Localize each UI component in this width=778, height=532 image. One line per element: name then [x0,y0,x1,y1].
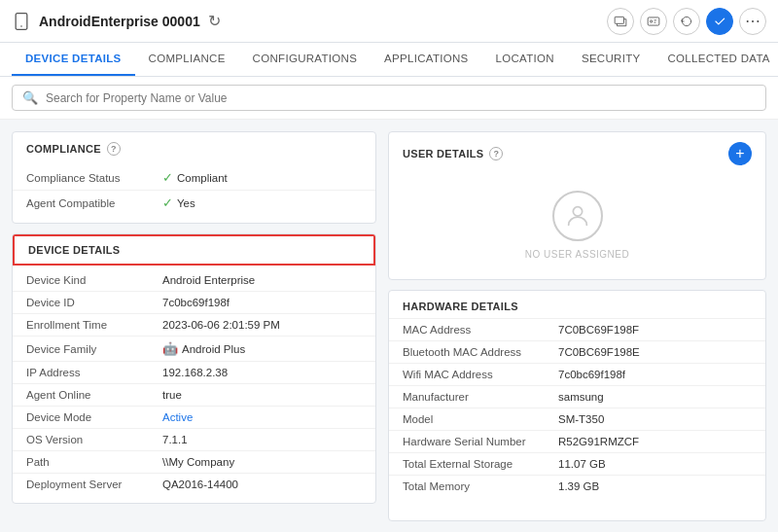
device-details-title: DEVICE DETAILS [13,234,375,266]
compliance-row-agent: Agent Compatible ✓ Yes [13,190,375,215]
hardware-title: HARDWARE DETAILS [389,291,765,318]
svg-rect-3 [648,17,659,24]
compliance-title: COMPLIANCE ? [13,132,375,161]
svg-point-1 [20,25,22,27]
compliance-body: Compliance Status ✓ Compliant Agent Comp… [13,161,375,223]
more-button[interactable]: ⋯ [739,8,766,35]
dd-row-kind: Device Kind Android Enterprise [13,269,375,291]
no-user-area: NO USER ASSIGNED [389,171,765,279]
svg-rect-2 [615,17,623,23]
device-icon [12,12,31,31]
check-button[interactable] [706,8,733,35]
user-help-icon[interactable]: ? [489,147,503,160]
user-details-header: USER DETAILS ? + [389,132,765,171]
left-panel: COMPLIANCE ? Compliance Status ✓ Complia… [12,131,376,521]
compliance-row-status: Compliance Status ✓ Compliant [13,165,375,190]
tab-configurations[interactable]: CONFIGURATIONS [239,43,371,76]
right-panel: USER DETAILS ? + NO USER ASSIGNED HARDWA… [388,131,766,521]
dd-row-id: Device ID 7c0bc69f198f [13,291,375,313]
tab-location[interactable]: LOCATION [482,43,568,76]
svg-point-5 [573,207,582,216]
user-avatar [552,191,603,241]
dd-row-path: Path \\My Company [13,450,375,473]
tab-applications[interactable]: APPLICATIONS [371,43,481,76]
dd-row-os: OS Version 7.1.1 [13,428,375,450]
refresh-icon[interactable]: ↻ [208,12,221,30]
hw-row-memory: Total Memory 1.39 GB [389,475,765,497]
tab-device-details[interactable]: DEVICE DETAILS [12,43,135,76]
hw-row-wifi-mac: Wifi MAC Address 7c0bc69f198f [389,363,765,385]
dd-row-mode: Device Mode Active [13,406,375,428]
search-icon: 🔍 [22,90,38,105]
svg-point-4 [651,19,653,21]
device-details-card: DEVICE DETAILS Device Kind Android Enter… [12,233,376,504]
user-details-title: USER DETAILS ? [403,147,503,160]
device-details-body: Device Kind Android Enterprise Device ID… [13,266,375,503]
tab-security[interactable]: SECURITY [568,43,654,76]
hardware-card: HARDWARE DETAILS MAC Address 7C0BC69F198… [388,290,766,521]
search-bar-wrap: 🔍 [0,77,778,120]
tab-compliance[interactable]: COMPLIANCE [135,43,239,76]
search-input[interactable] [46,91,756,105]
hw-row-bt-mac: Bluetooth MAC Address 7C0BC69F198E [389,340,765,363]
no-user-label: NO USER ASSIGNED [525,249,629,260]
dd-row-ip: IP Address 192.168.2.38 [13,361,375,383]
device-title: AndroidEnterprise 00001 [39,14,200,29]
id-button[interactable] [640,8,667,35]
cast-button[interactable] [607,8,634,35]
tab-collected-data[interactable]: COLLECTED DATA [654,43,778,76]
main-content: COMPLIANCE ? Compliance Status ✓ Complia… [0,120,778,532]
sync-button[interactable] [673,8,700,35]
hardware-body: MAC Address 7C0BC69F198F Bluetooth MAC A… [389,318,765,497]
compliance-help-icon[interactable]: ? [107,142,121,156]
dd-row-deploy: Deployment Server QA2016-14400 [13,473,375,495]
search-bar: 🔍 [12,85,766,111]
add-user-button[interactable]: + [728,142,752,165]
nav-tabs: DEVICE DETAILS COMPLIANCE CONFIGURATIONS… [0,43,778,77]
top-bar: AndroidEnterprise 00001 ↻ ⋯ [0,0,778,43]
dd-row-agent-online: Agent Online true [13,383,375,406]
hw-row-manufacturer: Manufacturer samsung [389,385,765,408]
user-silhouette-icon [564,202,591,230]
top-bar-actions: ⋯ [607,8,766,35]
hw-row-model: Model SM-T350 [389,408,765,430]
dd-row-enrollment: Enrollment Time 2023-06-06 2:01:59 PM [13,313,375,336]
hw-row-serial: Hardware Serial Number R52G91RMZCF [389,430,765,452]
agent-check-icon: ✓ [162,195,173,210]
dd-row-family: Device Family 🤖 Android Plus [13,336,375,361]
hw-row-ext-storage: Total External Storage 11.07 GB [389,452,765,475]
compliance-card: COMPLIANCE ? Compliance Status ✓ Complia… [12,131,376,224]
compliance-check-icon: ✓ [162,170,173,185]
user-details-card: USER DETAILS ? + NO USER ASSIGNED [388,131,766,280]
hw-row-mac: MAC Address 7C0BC69F198F [389,318,765,340]
android-icon: 🤖 [162,341,178,356]
